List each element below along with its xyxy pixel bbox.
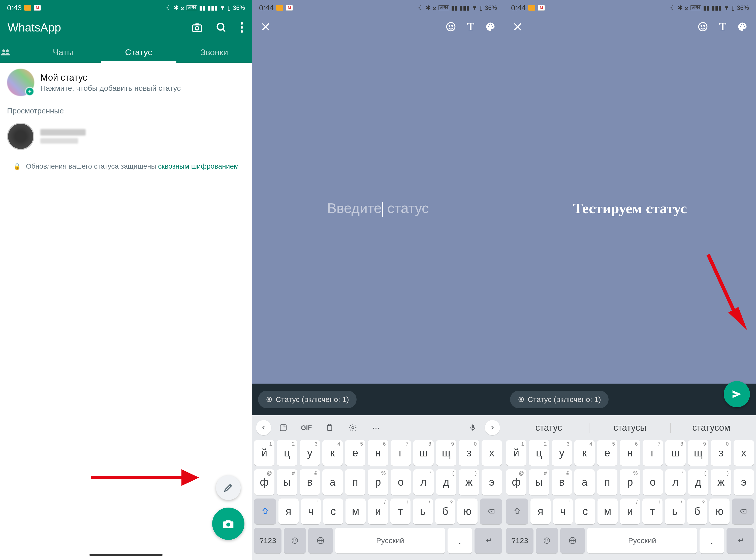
kb-numbers-key[interactable]: ?123: [506, 528, 533, 554]
kb-key[interactable]: ь\: [413, 499, 433, 524]
kb-emoji-key[interactable]: [536, 528, 558, 554]
kb-key[interactable]: с: [575, 499, 595, 524]
kb-key[interactable]: б?: [687, 499, 707, 524]
kb-key[interactable]: о: [391, 469, 411, 495]
compose-text-status-button[interactable]: [216, 475, 241, 500]
camera-status-button[interactable]: [212, 507, 244, 540]
palette-icon[interactable]: [485, 21, 496, 32]
kb-space-key[interactable]: Русский: [335, 528, 445, 554]
kb-key[interactable]: э: [482, 469, 502, 495]
kb-backspace-key[interactable]: [732, 499, 754, 524]
kb-period-key[interactable]: .: [448, 528, 472, 554]
kb-key[interactable]: п: [597, 469, 617, 495]
kb-nav-fwd[interactable]: [485, 420, 500, 435]
kb-key[interactable]: у3: [300, 440, 320, 466]
kb-key[interactable]: ч': [301, 499, 321, 524]
kb-key[interactable]: и/: [368, 499, 388, 524]
kb-key[interactable]: н6: [368, 440, 388, 466]
kb-key[interactable]: я: [279, 499, 299, 524]
kb-key[interactable]: т!: [642, 499, 662, 524]
kb-key[interactable]: ф@: [254, 469, 274, 495]
encryption-link[interactable]: сквозным шифрованием: [158, 162, 239, 170]
kb-numbers-key[interactable]: ?123: [254, 528, 282, 554]
kb-suggestion[interactable]: статус: [508, 419, 589, 436]
kb-key[interactable]: м: [597, 499, 618, 524]
kb-key[interactable]: к4: [574, 440, 595, 466]
kb-gif-icon[interactable]: GIF: [295, 419, 318, 436]
kb-key[interactable]: в₽: [300, 469, 320, 495]
kb-key[interactable]: л*: [665, 469, 686, 495]
kb-space-key[interactable]: Русский: [587, 528, 697, 554]
recipients-chip[interactable]: Статус (включено: 1): [510, 391, 609, 408]
send-button[interactable]: [724, 381, 750, 407]
kb-key[interactable]: я: [530, 499, 551, 524]
kb-emoji-key[interactable]: [284, 528, 306, 554]
kb-key[interactable]: х: [734, 440, 754, 466]
kb-nav-back[interactable]: [256, 420, 271, 435]
kb-key[interactable]: г7: [391, 440, 411, 466]
font-icon[interactable]: T: [719, 20, 726, 33]
kb-key[interactable]: д(: [436, 469, 456, 495]
tab-calls[interactable]: Звонки: [177, 41, 252, 63]
kb-language-key[interactable]: [308, 528, 333, 554]
kb-settings-icon[interactable]: [342, 419, 364, 436]
emoji-icon[interactable]: [697, 21, 708, 32]
kb-key[interactable]: х: [482, 440, 502, 466]
kb-key[interactable]: д(: [688, 469, 708, 495]
kb-key[interactable]: п: [345, 469, 365, 495]
recipients-chip[interactable]: Статус (включено: 1): [258, 391, 356, 408]
kb-key[interactable]: и/: [620, 499, 640, 524]
kb-more-icon[interactable]: ⋯: [365, 419, 387, 436]
kb-period-key[interactable]: .: [699, 528, 724, 554]
kb-key[interactable]: г7: [642, 440, 663, 466]
kb-key[interactable]: р%: [368, 469, 388, 495]
kb-language-key[interactable]: [560, 528, 585, 554]
kb-key[interactable]: а: [574, 469, 595, 495]
kb-suggestion[interactable]: статусы: [589, 419, 671, 436]
kb-key[interactable]: щ9: [688, 440, 708, 466]
kb-key[interactable]: о: [642, 469, 663, 495]
kb-key[interactable]: щ9: [436, 440, 456, 466]
close-icon[interactable]: [260, 21, 271, 32]
kb-key[interactable]: ц2: [529, 440, 549, 466]
kb-key[interactable]: ь\: [665, 499, 685, 524]
tab-chats[interactable]: Чаты: [25, 41, 101, 63]
more-menu-icon[interactable]: [239, 21, 244, 34]
kb-shift-key[interactable]: [254, 499, 276, 524]
kb-key[interactable]: з0: [458, 440, 479, 466]
kb-shift-key[interactable]: [506, 499, 528, 524]
kb-key[interactable]: й1: [254, 440, 274, 466]
my-status-row[interactable]: + Мой статус Нажмите, чтобы добавить нов…: [0, 63, 252, 102]
kb-key[interactable]: м: [346, 499, 366, 524]
kb-key[interactable]: л*: [413, 469, 434, 495]
search-icon[interactable]: [215, 21, 227, 34]
kb-key[interactable]: ч': [553, 499, 573, 524]
kb-key[interactable]: т!: [390, 499, 410, 524]
kb-key[interactable]: а: [322, 469, 343, 495]
emoji-icon[interactable]: [445, 21, 456, 32]
kb-key[interactable]: р%: [620, 469, 640, 495]
kb-backspace-key[interactable]: [480, 499, 502, 524]
camera-icon[interactable]: [191, 21, 203, 34]
kb-sticker-icon[interactable]: [272, 419, 294, 436]
status-text-input[interactable]: Введите статус: [252, 33, 504, 384]
kb-clipboard-icon[interactable]: [319, 419, 341, 436]
tab-status[interactable]: Статус: [101, 41, 177, 63]
kb-key[interactable]: н6: [620, 440, 640, 466]
kb-enter-key[interactable]: [727, 528, 754, 554]
kb-key[interactable]: ш8: [665, 440, 686, 466]
kb-key[interactable]: ю: [709, 499, 730, 524]
status-text-input[interactable]: Тестируем статус: [504, 33, 756, 384]
kb-key[interactable]: ш8: [413, 440, 434, 466]
kb-suggestion[interactable]: статусом: [671, 419, 752, 436]
kb-key[interactable]: е5: [345, 440, 365, 466]
kb-key[interactable]: ы#: [277, 469, 297, 495]
kb-key[interactable]: ю: [457, 499, 477, 524]
kb-mic-icon[interactable]: [462, 419, 484, 436]
kb-enter-key[interactable]: [474, 528, 502, 554]
kb-key[interactable]: ы#: [529, 469, 549, 495]
kb-key[interactable]: в₽: [552, 469, 572, 495]
kb-key[interactable]: с: [323, 499, 343, 524]
kb-key[interactable]: у3: [552, 440, 572, 466]
close-icon[interactable]: [512, 21, 523, 32]
